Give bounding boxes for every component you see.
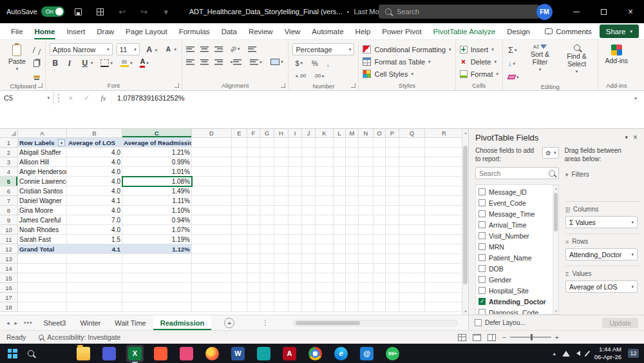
column-header-Q[interactable]: Q — [399, 129, 425, 138]
checkbox-dob[interactable] — [478, 265, 486, 272]
cell-N1[interactable] — [359, 138, 374, 148]
cell-R8[interactable] — [425, 206, 464, 215]
cell-B6[interactable]: 4.0 — [67, 186, 122, 196]
cell-O9[interactable] — [374, 215, 386, 225]
autosave-toggle[interactable]: On — [41, 6, 64, 17]
cell-R18[interactable] — [425, 302, 464, 312]
cell-E16[interactable] — [232, 283, 247, 293]
cell-O14[interactable] — [374, 264, 386, 273]
cell-C11[interactable]: 1.19% — [122, 235, 192, 244]
cell-styles-button[interactable]: Cell Styles▾ — [363, 68, 451, 80]
cell-P1[interactable] — [386, 138, 399, 148]
tools-gear-button[interactable]: ⚙▾ — [542, 147, 559, 159]
photos-app-icon[interactable] — [100, 345, 118, 362]
cell-I16[interactable] — [289, 283, 302, 293]
cancel-entry-icon[interactable]: × — [69, 94, 73, 102]
clear-button[interactable]: ▾ — [507, 72, 520, 83]
cell-Q9[interactable] — [399, 215, 425, 225]
cell-D18[interactable] — [192, 302, 232, 312]
borders-button[interactable]: ▾ — [99, 57, 114, 68]
titlebar-search[interactable] — [379, 5, 540, 19]
sheet-tab-winter[interactable]: Winter — [73, 315, 108, 330]
cell-P9[interactable] — [386, 215, 399, 225]
cell-H12[interactable] — [274, 244, 289, 254]
font-name-select[interactable]: Aptos Narrow▾ — [50, 43, 113, 55]
cell-G2[interactable] — [260, 148, 274, 157]
notification-count-badge[interactable]: 12 — [628, 349, 639, 358]
checkbox-gender[interactable] — [478, 276, 486, 283]
field-list-scrollbar[interactable]: ▴ ▾ — [553, 185, 558, 314]
cell-Q10[interactable] — [399, 225, 425, 235]
cell-K1[interactable] — [316, 138, 334, 148]
cell-G7[interactable] — [260, 196, 274, 206]
cell-N16[interactable] — [359, 283, 374, 293]
cell-P17[interactable] — [386, 293, 399, 302]
cell-L4[interactable] — [334, 167, 346, 177]
cell-H10[interactable] — [274, 225, 289, 235]
merge-center-button[interactable]: ▾ — [269, 56, 285, 67]
tab-help[interactable]: Help — [350, 23, 377, 39]
taskbar-clock[interactable]: 1:44 AM 06-Apr-26 — [594, 346, 621, 362]
tab-automate[interactable]: Automate — [306, 23, 349, 39]
cell-E15[interactable] — [232, 273, 247, 283]
cell-C6[interactable]: 1.49% — [122, 186, 192, 196]
cell-M7[interactable] — [346, 196, 359, 206]
cell-R2[interactable] — [425, 148, 464, 157]
checkbox-hospital-site[interactable] — [478, 287, 486, 294]
cell-D9[interactable] — [192, 215, 232, 225]
cell-G9[interactable] — [260, 215, 274, 225]
cell-O8[interactable] — [374, 206, 386, 215]
bold-button[interactable]: B — [51, 59, 60, 67]
accessibility-status[interactable]: Accessibility: Investigate — [39, 333, 120, 341]
cell-D11[interactable] — [192, 235, 232, 244]
font-color-button[interactable]: A▾ — [138, 57, 149, 68]
network-icon[interactable] — [562, 351, 570, 357]
decrease-indent-button[interactable]: ◂ — [229, 56, 243, 67]
cell-B9[interactable]: 7.0 — [67, 215, 122, 225]
cell-K6[interactable] — [316, 186, 334, 196]
cell-C15[interactable] — [122, 273, 192, 283]
cell-M6[interactable] — [346, 186, 359, 196]
cell-C14[interactable] — [122, 264, 192, 273]
cell-P5[interactable] — [386, 177, 399, 186]
cell-J11[interactable] — [302, 235, 316, 244]
tab-home[interactable]: Home — [29, 23, 61, 39]
row-header-10[interactable]: 10 — [0, 225, 18, 235]
cell-L1[interactable] — [334, 138, 346, 148]
cell-R14[interactable] — [425, 264, 464, 273]
cell-I10[interactable] — [289, 225, 302, 235]
cell-K16[interactable] — [316, 283, 334, 293]
more-sheets-icon[interactable]: ••• — [20, 315, 37, 330]
checkbox-message-time[interactable] — [478, 210, 486, 217]
font-size-select[interactable]: 11▾ — [117, 43, 140, 55]
cell-L7[interactable] — [334, 196, 346, 206]
fill-color-button[interactable]: ▾ — [119, 57, 134, 68]
cell-N14[interactable] — [359, 264, 374, 273]
acrobat-icon[interactable]: A — [281, 345, 298, 362]
cell-J15[interactable] — [302, 273, 316, 283]
cell-A1[interactable]: Row Labels▾ — [18, 138, 67, 148]
cell-M16[interactable] — [346, 283, 359, 293]
cell-E14[interactable] — [232, 264, 247, 273]
cell-R7[interactable] — [425, 196, 464, 206]
cell-H16[interactable] — [274, 283, 289, 293]
cell-I9[interactable] — [289, 215, 302, 225]
cell-E5[interactable] — [232, 177, 247, 186]
cell-L10[interactable] — [334, 225, 346, 235]
cell-G4[interactable] — [260, 167, 274, 177]
cell-L13[interactable] — [334, 254, 346, 264]
zoom-slider[interactable]: − + — [502, 333, 559, 341]
tab-draw[interactable]: Draw — [91, 23, 120, 39]
firefox-icon[interactable] — [204, 345, 221, 362]
customize-toolbar-icon[interactable]: ▾ — [158, 4, 174, 19]
cell-K18[interactable] — [316, 302, 334, 312]
cell-C1[interactable]: Average of Readmission — [122, 138, 192, 148]
cell-E2[interactable] — [232, 148, 247, 157]
cell-B12[interactable]: 4.1 — [67, 244, 122, 254]
cell-D4[interactable] — [192, 167, 232, 177]
cell-G12[interactable] — [260, 244, 274, 254]
cell-L16[interactable] — [334, 283, 346, 293]
row-header-14[interactable]: 14 — [0, 264, 18, 273]
align-middle-icon[interactable] — [200, 46, 209, 52]
increase-indent-button[interactable]: ▸ — [249, 56, 263, 67]
